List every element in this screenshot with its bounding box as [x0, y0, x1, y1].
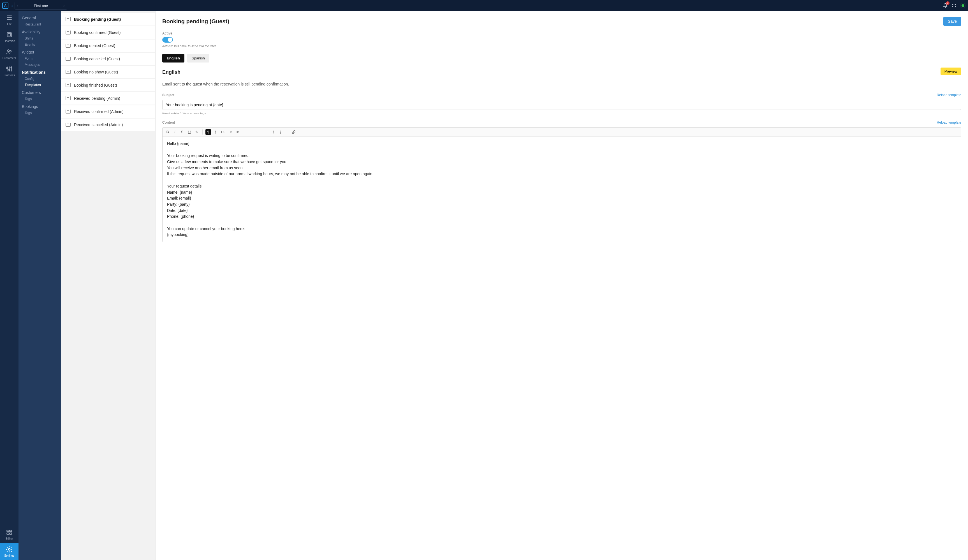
settings-group[interactable]: Widget [18, 48, 61, 55]
editor-icon [6, 529, 13, 536]
subject-input[interactable] [162, 100, 961, 110]
italic-button[interactable]: I [172, 129, 178, 135]
customers-icon [6, 48, 13, 55]
inbox-icon [66, 44, 71, 48]
breadcrumb-selector[interactable]: ‹ First one › [15, 2, 67, 10]
rail-item-customers[interactable]: Customers [0, 45, 18, 63]
settings-group[interactable]: General [18, 13, 61, 21]
h1-button[interactable]: H1 [220, 129, 225, 135]
breadcrumb-label: First one [18, 3, 64, 8]
fullscreen-button[interactable] [952, 3, 956, 8]
active-label: Active [162, 31, 961, 35]
strike-button[interactable]: S [179, 129, 185, 135]
ordered-list-button[interactable]: 123 [279, 129, 285, 135]
rail-item-editor[interactable]: Editor [0, 526, 18, 543]
template-list-item[interactable]: Booking confirmed (Guest) [61, 27, 155, 39]
gear-icon [6, 546, 13, 553]
template-list-item[interactable]: Booking no show (Guest) [61, 66, 155, 78]
status-indicator[interactable] [960, 3, 966, 8]
floorplan-icon [6, 31, 13, 38]
subject-label: Subject [162, 93, 174, 97]
template-list-item[interactable]: Booking finished (Guest) [61, 79, 155, 91]
template-list-label: Received confirmed (Admin) [74, 109, 124, 114]
svg-rect-13 [7, 530, 9, 532]
settings-group[interactable]: Bookings [18, 102, 61, 110]
rail-item-floorplan[interactable]: Floorplan [0, 28, 18, 45]
link-button[interactable] [291, 129, 297, 135]
rail-label: Settings [4, 554, 14, 557]
paragraph-button[interactable]: ¶ [206, 129, 211, 135]
svg-point-28 [273, 132, 274, 132]
settings-subitem[interactable]: Restaurant [18, 21, 61, 28]
rail-label: Editor [6, 537, 13, 540]
topbar: A › ‹ First one › 4 [0, 0, 968, 11]
settings-subitem[interactable]: Tags [18, 110, 61, 116]
template-list: Booking pending (Guest)Booking confirmed… [61, 11, 156, 560]
link-icon [292, 130, 296, 134]
svg-rect-4 [8, 34, 11, 36]
svg-rect-14 [10, 530, 12, 532]
highlight-button[interactable]: ✎ [194, 129, 199, 135]
notifications-button[interactable]: 4 [943, 3, 948, 8]
inbox-icon [66, 109, 71, 114]
align-right-button[interactable] [261, 129, 266, 135]
template-list-label: Booking confirmed (Guest) [74, 30, 121, 35]
settings-sidebar: GeneralRestaurantAvailabilityShiftsEvent… [18, 11, 61, 560]
rail-item-settings[interactable]: Settings [0, 543, 18, 560]
bold-button[interactable]: B [165, 129, 171, 135]
svg-point-10 [7, 68, 8, 69]
settings-subitem[interactable]: Config [18, 76, 61, 82]
save-button[interactable]: Save [943, 17, 961, 26]
reload-content-link[interactable]: Reload template [937, 121, 961, 124]
align-left-button[interactable] [246, 129, 252, 135]
template-list-item[interactable]: Received cancelled (Admin) [61, 119, 155, 131]
settings-subitem[interactable]: Shifts [18, 35, 61, 41]
paragraph2-button[interactable]: ¶ [213, 129, 218, 135]
language-heading: English [162, 69, 181, 75]
chevron-right-icon[interactable]: › [11, 3, 13, 9]
inbox-icon [66, 31, 71, 35]
template-list-item[interactable]: Booking cancelled (Guest) [61, 53, 155, 65]
rail-item-list[interactable]: List [0, 11, 18, 28]
template-list-label: Booking no show (Guest) [74, 70, 118, 74]
template-editor-panel: Booking pending (Guest) Save Active Acti… [156, 11, 968, 560]
reload-subject-link[interactable]: Reload template [937, 93, 961, 97]
content-label: Content [162, 121, 175, 124]
align-center-icon [254, 130, 258, 134]
language-tab[interactable]: Spanish [187, 54, 209, 63]
content-editor-body[interactable]: Hello {name}, Your booking request is wa… [162, 137, 961, 242]
rail-label: Floorplan [3, 40, 15, 43]
breadcrumb-next-icon[interactable]: › [63, 3, 65, 8]
template-list-item[interactable]: Received pending (Admin) [61, 92, 155, 104]
bullet-list-button[interactable] [272, 129, 278, 135]
h2-button[interactable]: H2 [227, 129, 233, 135]
align-center-button[interactable] [254, 129, 259, 135]
template-list-item[interactable]: Booking pending (Guest) [61, 13, 155, 25]
rail-item-statistics[interactable]: Statistics [0, 63, 18, 80]
active-toggle[interactable] [162, 37, 173, 43]
settings-group[interactable]: Customers [18, 88, 61, 96]
language-tab[interactable]: English [162, 54, 184, 63]
preview-button[interactable]: Preview [941, 68, 961, 75]
settings-group[interactable]: Availability [18, 28, 61, 35]
svg-rect-16 [10, 533, 12, 534]
underline-button[interactable]: U [187, 129, 192, 135]
template-list-item[interactable]: Received confirmed (Admin) [61, 105, 155, 118]
template-list-label: Booking denied (Guest) [74, 43, 115, 48]
template-list-item[interactable]: Booking denied (Guest) [61, 40, 155, 52]
settings-subitem[interactable]: Templates [18, 82, 61, 88]
app-logo[interactable]: A [2, 3, 8, 9]
svg-rect-15 [7, 533, 9, 534]
svg-point-12 [11, 67, 12, 68]
active-hint: Activate this email to send it to the us… [162, 44, 961, 48]
settings-subitem[interactable]: Messages [18, 62, 61, 68]
settings-group[interactable]: Notifications [18, 68, 61, 76]
settings-subitem[interactable]: Events [18, 41, 61, 48]
template-list-label: Booking cancelled (Guest) [74, 56, 120, 61]
h3-button[interactable]: H3 [235, 129, 240, 135]
settings-subitem[interactable]: Form [18, 55, 61, 62]
inbox-icon [66, 96, 71, 100]
settings-subitem[interactable]: Tags [18, 96, 61, 102]
inbox-icon [66, 123, 71, 127]
rail-label: List [7, 22, 12, 25]
